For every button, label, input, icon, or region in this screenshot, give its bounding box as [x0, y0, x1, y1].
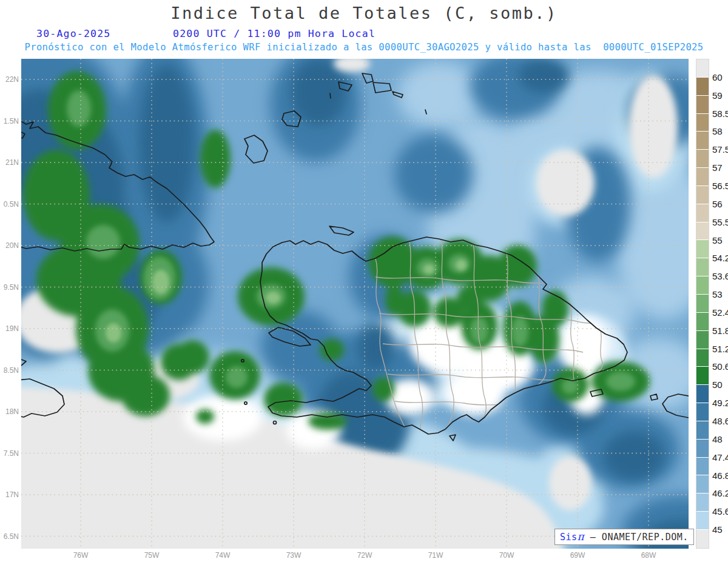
latitude-tick-label: 1.5N — [0, 116, 19, 126]
longitude-tick-label: 69W — [564, 550, 591, 560]
latitude-tick-label: 9.5N — [0, 283, 19, 292]
colorbar-segment — [696, 512, 709, 530]
longitude-tick-label: 75W — [138, 550, 165, 560]
colorbar-tick-label: 58.5 — [712, 109, 728, 119]
colorbar-segment — [696, 132, 709, 150]
model-info: Pronóstico con el Modelo Atmósferico WRF… — [0, 42, 728, 53]
colorbar-tick-label: 60 — [712, 72, 723, 83]
colorbar-segment — [696, 222, 709, 241]
colorbar-segment — [696, 258, 709, 276]
longitude-tick-label: 74W — [209, 550, 236, 560]
colorbar-tick-label: 59 — [712, 90, 723, 101]
attribution-organization: – ONAMET/REP.DOM. — [584, 532, 689, 543]
colorbar-tick-label: 51.2 — [712, 344, 728, 355]
colorbar-tick-label: 45 — [712, 524, 723, 535]
colorbar-segment — [696, 150, 709, 168]
colorbar-tick-label: 57.5 — [712, 144, 728, 155]
longitude-tick-label: 70W — [493, 550, 520, 560]
colorbar-tick-label: 46.8 — [712, 470, 728, 481]
colorbar-tick-label: 50 — [712, 380, 723, 390]
longitude-tick-label: 73W — [280, 550, 307, 560]
colorbar-segment — [696, 78, 709, 96]
colorbar-segment — [696, 96, 709, 114]
colorbar-tick-label: 55.5 — [712, 217, 728, 228]
longitude-tick-label: 76W — [67, 550, 94, 560]
longitude-tick-label: 71W — [422, 550, 449, 560]
colorbar-tick-label: 55 — [712, 235, 723, 246]
colorbar-tick-label: 53 — [712, 289, 723, 300]
colorbar-tick-label: 46.2 — [712, 488, 728, 499]
colorbar-tick-label: 50.6 — [712, 361, 728, 372]
colorbar-segment — [696, 493, 709, 512]
colorbar-tick-label: 47.4 — [712, 452, 728, 463]
colorbar-segment — [696, 475, 709, 493]
latitude-tick-label: 6.5N — [0, 532, 19, 541]
latitude-tick-label: 19N — [0, 324, 19, 333]
colorbar-segment — [696, 204, 709, 222]
attribution-box: Sisπ – ONAMET/REP.DOM. — [554, 529, 694, 545]
colorbar-segment — [696, 385, 709, 403]
colorbar-segment — [696, 367, 709, 385]
small-cay-1 — [330, 93, 331, 98]
forecast-page: Indice Total de Totales (C, somb.) 30-Ag… — [0, 0, 728, 562]
page-title: Indice Total de Totales (C, somb.) — [0, 4, 728, 22]
colorbar-tick-label: 48 — [712, 434, 723, 445]
colorbar-segment — [696, 458, 709, 476]
attribution-pi-symbol: π — [578, 530, 585, 543]
latitude-tick-label: 8.5N — [0, 366, 19, 375]
colorbar-tick-label: 58 — [712, 126, 723, 137]
contour-map-canvas — [21, 59, 689, 549]
latitude-tick-label: 20N — [0, 241, 19, 250]
colorbar-segment — [696, 114, 709, 132]
longitude-tick-label: 72W — [351, 550, 378, 560]
colorbar-tick-label: 56 — [712, 199, 723, 210]
latitude-tick-label: 17N — [0, 490, 19, 500]
colorbar-tick-label: 51.8 — [712, 326, 728, 336]
colorbar-tick-label: 53.6 — [712, 271, 728, 282]
attribution-system-name: Sis — [560, 532, 578, 543]
forecast-date: 30-Ago-2025 — [36, 28, 110, 39]
colorbar-segment — [696, 440, 709, 458]
colorbar-segment — [696, 349, 709, 367]
colorbar-segment — [696, 313, 709, 331]
latitude-tick-label: 18N — [0, 407, 19, 416]
colorbar-segment — [696, 240, 709, 258]
colorbar-tick-label: 49.2 — [712, 398, 728, 409]
colorbar-segment — [696, 331, 709, 349]
forecast-valid-time: 0200 UTC / 11:00 pm Hora Local — [173, 28, 376, 39]
latitude-tick-label: 22N — [0, 75, 19, 84]
latitude-tick-label: 21N — [0, 158, 19, 167]
latitude-tick-label: 7.5N — [0, 449, 19, 458]
colorbar-segment — [696, 59, 709, 78]
colorbar-segment — [696, 168, 709, 186]
colorbar-tick-label: 48.6 — [712, 416, 728, 427]
colorbar-tick-label: 45.6 — [712, 506, 728, 517]
latitude-tick-label: 0.5N — [0, 199, 19, 209]
colorbar-tick-label: 57 — [712, 162, 723, 173]
colorbar-segment — [696, 276, 709, 295]
colorbar-tick-label: 56.5 — [712, 181, 728, 192]
colorbar-segment — [696, 186, 709, 204]
colorbar-segment — [696, 421, 709, 440]
forecast-map — [21, 59, 689, 549]
colorbar-segment — [696, 403, 709, 421]
colorbar-segment — [696, 295, 709, 313]
colorbar-tick-label: 54.2 — [712, 253, 728, 264]
colorbar — [696, 59, 709, 548]
colorbar-segment — [696, 530, 709, 548]
longitude-tick-label: 68W — [635, 550, 662, 560]
colorbar-tick-label: 52.4 — [712, 307, 728, 318]
